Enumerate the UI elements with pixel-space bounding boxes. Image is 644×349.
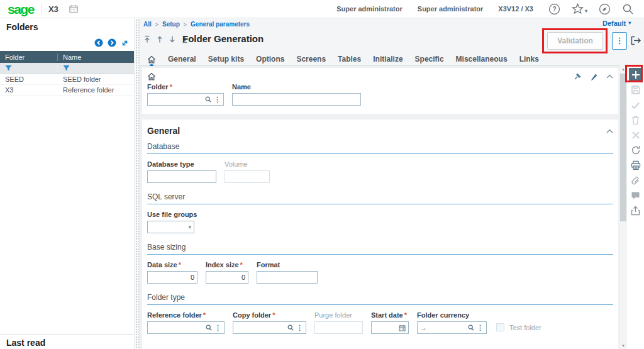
pin-icon[interactable] — [574, 72, 582, 80]
folder-field-label: Folder* — [147, 83, 224, 91]
scroll-down-arrow[interactable]: ▼ — [619, 344, 627, 348]
home-section-icon[interactable] — [147, 72, 156, 80]
name-column-header[interactable]: Name — [58, 53, 134, 61]
new-record-button[interactable] — [629, 68, 643, 82]
refresh-button[interactable] — [629, 143, 643, 157]
jump-to-icon[interactable]: → — [420, 324, 427, 331]
last-read-section[interactable]: Last read — [0, 335, 134, 349]
volume-field: Volume — [225, 160, 270, 183]
format-label: Format — [257, 261, 318, 269]
edit-pencil-icon[interactable] — [590, 72, 598, 80]
validation-button[interactable]: Validation — [547, 32, 603, 50]
copy-folder-field: Copy folder* ⋮ — [233, 311, 306, 334]
purge-folder-field: Purge folder — [314, 311, 363, 334]
user-name[interactable]: Super administrator — [336, 5, 402, 13]
folders-table-header[interactable]: Folder Name — [0, 51, 134, 63]
first-record-icon[interactable] — [143, 35, 151, 43]
data-size-input[interactable] — [150, 272, 194, 283]
date-picker-calendar-icon[interactable] — [399, 324, 406, 331]
collapse-section-icon[interactable] — [606, 74, 613, 79]
explore-compass-icon[interactable] — [599, 3, 611, 15]
comment-button[interactable] — [629, 189, 643, 202]
folder-filter-icon[interactable] — [0, 65, 58, 72]
test-folder-checkbox — [496, 323, 504, 331]
tab-tables[interactable]: Tables — [338, 55, 361, 64]
reference-folder-input[interactable] — [150, 322, 203, 333]
name-field-label: Name — [232, 83, 361, 91]
vertical-scrollbar[interactable]: ▲ ▼ — [619, 66, 627, 349]
tab-home[interactable] — [147, 53, 156, 66]
folder-type-subsection-title: Folder type — [147, 293, 613, 305]
sage-logo[interactable]: sage — [8, 3, 34, 16]
data-size-label: Data size* — [147, 261, 197, 269]
lookup-magnifier-icon[interactable] — [468, 324, 474, 331]
folder-field: Folder* ⋮ — [147, 83, 224, 106]
row-name-cell[interactable]: Reference folder — [58, 86, 134, 94]
user-role[interactable]: Super administrator — [418, 5, 484, 13]
folder-column-header[interactable]: Folder — [0, 53, 58, 61]
tab-screens[interactable]: Screens — [296, 55, 326, 64]
folders-table: Folder Name SEED SEED folder X3 Referenc… — [0, 51, 134, 96]
format-input[interactable] — [260, 272, 314, 283]
scrollbar-thumb[interactable] — [620, 74, 626, 221]
next-record-icon[interactable] — [108, 38, 116, 47]
tab-general[interactable]: General — [168, 55, 196, 64]
tab-initialize[interactable]: Initialize — [373, 55, 402, 64]
calendar-icon[interactable] — [69, 4, 79, 14]
lookup-magnifier-icon[interactable] — [206, 324, 212, 331]
more-actions-button[interactable]: ⋮ — [612, 32, 627, 50]
folder-input[interactable] — [150, 94, 203, 105]
format-field: Format — [257, 261, 318, 284]
instance-endpoint[interactable]: X3V12 / X3 — [498, 5, 533, 13]
exit-icon[interactable] — [631, 36, 641, 45]
tab-miscellaneous[interactable]: Miscellaneous — [456, 55, 508, 64]
scroll-up-arrow[interactable]: ▲ — [619, 67, 627, 71]
folders-filter-row — [0, 63, 134, 74]
table-row[interactable]: X3 Reference folder — [0, 85, 134, 96]
previous-record-icon[interactable] — [156, 35, 164, 43]
panel-splitter[interactable] — [134, 18, 140, 349]
lookup-magnifier-icon[interactable] — [205, 96, 211, 102]
index-size-label: Index size* — [206, 261, 248, 269]
collapse-general-icon[interactable] — [606, 129, 613, 133]
tab-options[interactable]: Options — [256, 55, 284, 64]
breadcrumb-general-parameters[interactable]: General parameters — [191, 21, 250, 28]
tab-links[interactable]: Links — [519, 55, 539, 64]
attachment-paperclip-button[interactable] — [629, 174, 643, 187]
view-selector[interactable]: Default ▾ — [602, 19, 631, 27]
field-options-icon[interactable]: ⋮ — [477, 324, 484, 331]
next-record-icon[interactable] — [169, 35, 176, 43]
folder-currency-input[interactable] — [430, 322, 465, 333]
index-size-input[interactable] — [209, 272, 245, 283]
row-folder-cell[interactable]: SEED — [0, 75, 58, 83]
field-options-icon[interactable]: ⋮ — [214, 324, 221, 331]
database-type-input[interactable] — [150, 171, 213, 182]
name-filter-icon[interactable] — [58, 65, 134, 72]
row-name-cell[interactable]: SEED folder — [58, 75, 134, 83]
sql-server-subsection-title: SQL server — [147, 192, 613, 204]
start-date-input[interactable] — [374, 322, 396, 333]
table-row[interactable]: SEED SEED folder — [0, 74, 134, 85]
name-input[interactable] — [235, 94, 358, 105]
lookup-magnifier-icon[interactable] — [287, 324, 294, 331]
tab-setup-kits[interactable]: Setup kits — [208, 55, 244, 64]
copy-folder-input[interactable] — [236, 322, 285, 333]
favorites-caret-icon[interactable]: ▾ — [585, 9, 587, 14]
tab-specific[interactable]: Specific — [415, 55, 444, 64]
database-type-label: Database type — [147, 160, 216, 168]
row-folder-cell[interactable]: X3 — [0, 86, 58, 94]
favorites-star-icon[interactable] — [572, 3, 584, 14]
share-button[interactable] — [629, 204, 643, 218]
action-rail — [627, 66, 644, 349]
print-button[interactable] — [629, 158, 643, 172]
help-icon[interactable]: ? — [548, 3, 560, 15]
expand-panel-icon[interactable] — [121, 39, 129, 47]
field-options-icon[interactable]: ⋮ — [296, 324, 303, 331]
use-file-groups-select[interactable]: ▾ — [147, 221, 194, 233]
breadcrumb-setup[interactable]: Setup — [162, 21, 180, 28]
prev-record-icon[interactable] — [94, 38, 103, 47]
search-icon[interactable] — [622, 3, 634, 15]
field-options-icon[interactable]: ⋮ — [214, 96, 221, 103]
breadcrumb-all[interactable]: All — [143, 21, 152, 28]
required-marker: * — [179, 261, 181, 269]
